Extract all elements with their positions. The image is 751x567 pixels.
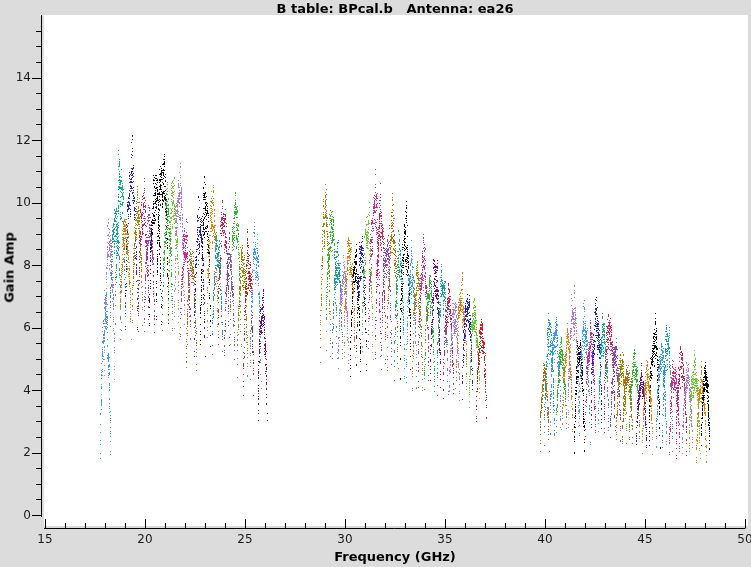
y-axis-label: Gain Amp bbox=[2, 223, 17, 313]
plot-window: B table: BPcal.b Antenna: ea26 Gain Amp … bbox=[0, 0, 751, 567]
plot-canvas[interactable] bbox=[0, 0, 751, 567]
plot-title: B table: BPcal.b Antenna: ea26 bbox=[45, 1, 745, 16]
x-axis-label: Frequency (GHz) bbox=[45, 549, 745, 564]
